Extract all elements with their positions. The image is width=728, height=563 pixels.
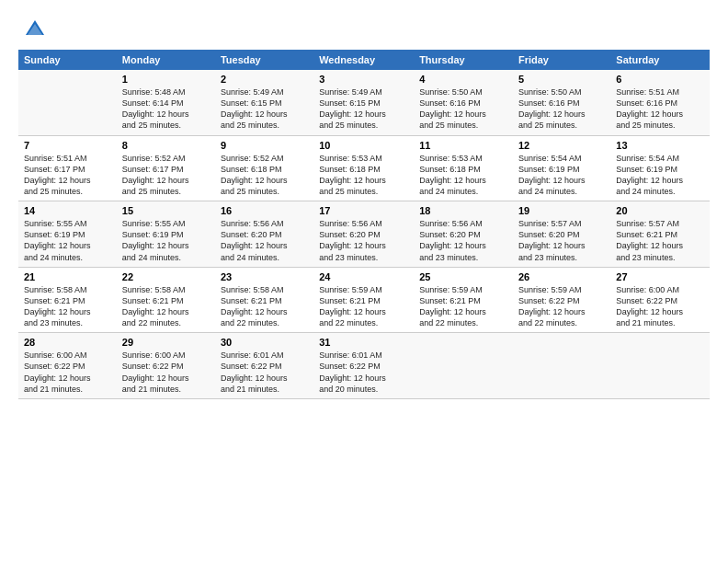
day-info: Sunrise: 5:55 AM Sunset: 6:19 PM Dayligh… [24, 218, 111, 263]
day-info: Sunrise: 6:00 AM Sunset: 6:22 PM Dayligh… [122, 350, 210, 395]
day-number: 17 [319, 205, 408, 216]
calendar-cell: 31Sunrise: 6:01 AM Sunset: 6:22 PM Dayli… [313, 333, 414, 399]
column-header-tuesday: Tuesday [215, 50, 313, 70]
day-number: 30 [221, 337, 308, 348]
day-number: 22 [122, 271, 210, 282]
day-info: Sunrise: 5:54 AM Sunset: 6:19 PM Dayligh… [518, 153, 605, 198]
day-number: 6 [616, 74, 704, 85]
calendar-cell: 8Sunrise: 5:52 AM Sunset: 6:17 PM Daylig… [117, 135, 215, 201]
calendar-cell: 14Sunrise: 5:55 AM Sunset: 6:19 PM Dayli… [18, 201, 117, 268]
day-number: 16 [221, 205, 308, 216]
calendar-cell [414, 333, 513, 399]
day-info: Sunrise: 5:55 AM Sunset: 6:19 PM Dayligh… [122, 218, 210, 263]
calendar-cell: 12Sunrise: 5:54 AM Sunset: 6:19 PM Dayli… [513, 135, 610, 201]
day-info: Sunrise: 5:51 AM Sunset: 6:16 PM Dayligh… [616, 86, 704, 132]
calendar-cell: 26Sunrise: 5:59 AM Sunset: 6:22 PM Dayli… [513, 267, 610, 333]
header [18, 17, 710, 42]
day-number: 28 [24, 337, 111, 348]
day-number: 7 [24, 140, 111, 151]
calendar-cell: 22Sunrise: 5:58 AM Sunset: 6:21 PM Dayli… [117, 267, 215, 333]
day-info: Sunrise: 5:50 AM Sunset: 6:16 PM Dayligh… [419, 86, 507, 132]
calendar-cell [18, 70, 117, 135]
day-info: Sunrise: 5:48 AM Sunset: 6:14 PM Dayligh… [122, 86, 210, 132]
day-info: Sunrise: 6:00 AM Sunset: 6:22 PM Dayligh… [616, 284, 704, 329]
calendar-cell: 2Sunrise: 5:49 AM Sunset: 6:15 PM Daylig… [215, 70, 313, 135]
day-info: Sunrise: 5:54 AM Sunset: 6:19 PM Dayligh… [616, 153, 704, 198]
calendar-cell: 5Sunrise: 5:50 AM Sunset: 6:16 PM Daylig… [513, 70, 610, 135]
day-info: Sunrise: 6:01 AM Sunset: 6:22 PM Dayligh… [221, 350, 308, 395]
calendar-cell: 28Sunrise: 6:00 AM Sunset: 6:22 PM Dayli… [18, 333, 117, 399]
calendar-cell: 29Sunrise: 6:00 AM Sunset: 6:22 PM Dayli… [117, 333, 215, 399]
day-number: 23 [221, 271, 308, 282]
day-info: Sunrise: 5:58 AM Sunset: 6:21 PM Dayligh… [221, 284, 308, 329]
day-info: Sunrise: 5:59 AM Sunset: 6:21 PM Dayligh… [319, 284, 408, 329]
calendar-cell: 19Sunrise: 5:57 AM Sunset: 6:20 PM Dayli… [513, 201, 610, 268]
day-number: 5 [518, 74, 605, 85]
day-number: 13 [616, 140, 704, 151]
day-number: 11 [419, 140, 507, 151]
column-header-thursday: Thursday [414, 50, 513, 70]
calendar-cell: 30Sunrise: 6:01 AM Sunset: 6:22 PM Dayli… [215, 333, 313, 399]
logo [18, 17, 48, 42]
day-number: 3 [319, 74, 408, 85]
day-number: 27 [616, 271, 704, 282]
day-info: Sunrise: 5:59 AM Sunset: 6:22 PM Dayligh… [518, 284, 605, 329]
day-number: 18 [419, 205, 507, 216]
day-number: 19 [518, 205, 605, 216]
column-header-wednesday: Wednesday [313, 50, 414, 70]
logo-icon [22, 17, 48, 42]
calendar-cell: 17Sunrise: 5:56 AM Sunset: 6:20 PM Dayli… [313, 201, 414, 268]
calendar-cell: 18Sunrise: 5:56 AM Sunset: 6:20 PM Dayli… [414, 201, 513, 268]
column-header-sunday: Sunday [18, 50, 117, 70]
day-info: Sunrise: 6:00 AM Sunset: 6:22 PM Dayligh… [24, 350, 111, 395]
calendar-cell: 11Sunrise: 5:53 AM Sunset: 6:18 PM Dayli… [414, 135, 513, 201]
day-number: 9 [221, 140, 308, 151]
day-info: Sunrise: 5:52 AM Sunset: 6:18 PM Dayligh… [221, 153, 308, 198]
day-number: 15 [122, 205, 210, 216]
day-number: 12 [518, 140, 605, 151]
day-info: Sunrise: 6:01 AM Sunset: 6:22 PM Dayligh… [319, 350, 408, 395]
calendar-cell [610, 333, 710, 399]
calendar-cell: 6Sunrise: 5:51 AM Sunset: 6:16 PM Daylig… [610, 70, 710, 135]
day-number: 10 [319, 140, 408, 151]
day-info: Sunrise: 5:56 AM Sunset: 6:20 PM Dayligh… [221, 218, 308, 263]
column-header-saturday: Saturday [610, 50, 710, 70]
column-header-friday: Friday [513, 50, 610, 70]
day-number: 8 [122, 140, 210, 151]
day-number: 29 [122, 337, 210, 348]
calendar-cell: 16Sunrise: 5:56 AM Sunset: 6:20 PM Dayli… [215, 201, 313, 268]
day-info: Sunrise: 5:56 AM Sunset: 6:20 PM Dayligh… [319, 218, 408, 263]
calendar-page: SundayMondayTuesdayWednesdayThursdayFrid… [0, 0, 728, 563]
day-number: 31 [319, 337, 408, 348]
day-number: 14 [24, 205, 111, 216]
day-info: Sunrise: 5:58 AM Sunset: 6:21 PM Dayligh… [24, 284, 111, 329]
calendar-cell: 15Sunrise: 5:55 AM Sunset: 6:19 PM Dayli… [117, 201, 215, 268]
week-row-3: 14Sunrise: 5:55 AM Sunset: 6:19 PM Dayli… [18, 201, 710, 268]
calendar-cell: 20Sunrise: 5:57 AM Sunset: 6:21 PM Dayli… [610, 201, 710, 268]
day-info: Sunrise: 5:52 AM Sunset: 6:17 PM Dayligh… [122, 153, 210, 198]
day-number: 26 [518, 271, 605, 282]
day-number: 20 [616, 205, 704, 216]
header-row: SundayMondayTuesdayWednesdayThursdayFrid… [18, 50, 710, 70]
calendar-cell: 21Sunrise: 5:58 AM Sunset: 6:21 PM Dayli… [18, 267, 117, 333]
day-number: 25 [419, 271, 507, 282]
day-info: Sunrise: 5:58 AM Sunset: 6:21 PM Dayligh… [122, 284, 210, 329]
day-number: 4 [419, 74, 507, 85]
calendar-cell: 25Sunrise: 5:59 AM Sunset: 6:21 PM Dayli… [414, 267, 513, 333]
calendar-cell: 10Sunrise: 5:53 AM Sunset: 6:18 PM Dayli… [313, 135, 414, 201]
week-row-4: 21Sunrise: 5:58 AM Sunset: 6:21 PM Dayli… [18, 267, 710, 333]
day-info: Sunrise: 5:51 AM Sunset: 6:17 PM Dayligh… [24, 153, 111, 198]
calendar-cell: 3Sunrise: 5:49 AM Sunset: 6:15 PM Daylig… [313, 70, 414, 135]
week-row-1: 1Sunrise: 5:48 AM Sunset: 6:14 PM Daylig… [18, 70, 710, 135]
calendar-cell: 1Sunrise: 5:48 AM Sunset: 6:14 PM Daylig… [117, 70, 215, 135]
calendar-cell: 4Sunrise: 5:50 AM Sunset: 6:16 PM Daylig… [414, 70, 513, 135]
calendar-cell: 27Sunrise: 6:00 AM Sunset: 6:22 PM Dayli… [610, 267, 710, 333]
calendar-cell: 9Sunrise: 5:52 AM Sunset: 6:18 PM Daylig… [215, 135, 313, 201]
day-number: 2 [221, 74, 308, 85]
day-number: 1 [122, 74, 210, 85]
day-info: Sunrise: 5:49 AM Sunset: 6:15 PM Dayligh… [319, 86, 408, 132]
calendar-cell: 24Sunrise: 5:59 AM Sunset: 6:21 PM Dayli… [313, 267, 414, 333]
day-number: 21 [24, 271, 111, 282]
calendar-cell: 7Sunrise: 5:51 AM Sunset: 6:17 PM Daylig… [18, 135, 117, 201]
day-info: Sunrise: 5:57 AM Sunset: 6:21 PM Dayligh… [616, 218, 704, 263]
